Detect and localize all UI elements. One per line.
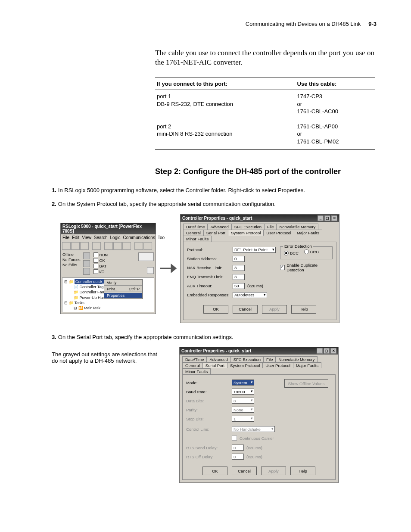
ctx-verify[interactable]: Verify xyxy=(104,280,142,285)
parity-select[interactable]: None xyxy=(232,407,254,413)
menu-edit[interactable]: Edit xyxy=(72,235,79,240)
show-offline-button[interactable]: Show Offline Values xyxy=(284,379,328,388)
tab-nvm[interactable]: Nonvolatile Memory xyxy=(276,224,318,230)
step-1: 1.In RSLogix 5000 programming software, … xyxy=(52,187,377,194)
tab-userproto[interactable]: User Protocol xyxy=(262,362,293,368)
tab-datetime[interactable]: Date/Time xyxy=(183,224,208,230)
tab-minorfaults[interactable]: Minor Faults xyxy=(183,236,212,242)
ctrl-select[interactable]: No Handshake xyxy=(232,426,275,432)
chk-run[interactable] xyxy=(93,252,98,257)
cancel-button[interactable]: Cancel xyxy=(232,467,257,475)
lbl-station: Station Address: xyxy=(187,256,230,261)
menu-view[interactable]: View xyxy=(82,235,91,240)
tab-userproto[interactable]: User Protocol xyxy=(263,230,294,236)
ctx-properties[interactable]: Properties xyxy=(104,293,142,298)
minimize-icon[interactable]: _ xyxy=(318,215,324,221)
radio-bcc[interactable] xyxy=(284,251,289,255)
status-icon[interactable] xyxy=(83,252,90,259)
lbl-cont: Continuous Carrier xyxy=(240,436,274,441)
chk-dup[interactable] xyxy=(280,265,285,270)
ok-button[interactable]: OK xyxy=(202,467,227,475)
header-title: Communicating with Devices on a DH485 Li… xyxy=(246,21,361,27)
status-icon[interactable] xyxy=(83,268,90,275)
ctx-print[interactable]: Print…Ctrl+P xyxy=(104,286,142,292)
cell-cable1: 1747-CP3 or 1761-CBL-AC00 xyxy=(296,90,375,120)
tab-general[interactable]: General xyxy=(183,230,204,236)
cancel-button[interactable]: Cancel xyxy=(233,305,258,314)
help-button[interactable]: Help xyxy=(291,305,316,314)
tb-icon[interactable] xyxy=(104,242,113,250)
apply-button[interactable]: Apply xyxy=(262,305,287,314)
baud-select[interactable]: 19200 xyxy=(232,389,254,395)
chk-bat[interactable] xyxy=(93,264,98,268)
tab-sfc[interactable]: SFC Execution xyxy=(230,356,264,362)
tb-icon[interactable] xyxy=(143,242,152,250)
tab-sysproto[interactable]: System Protocol xyxy=(228,230,264,236)
roff-input[interactable]: 0 xyxy=(232,454,244,460)
tree-tasks[interactable]: Tasks xyxy=(75,301,84,305)
tab-serialport[interactable]: Serial Port xyxy=(203,230,228,236)
close-icon[interactable]: ✕ xyxy=(330,348,336,354)
emb-select[interactable]: Autodetect xyxy=(233,292,267,298)
lbl-ack: ACK Timeout: xyxy=(187,283,230,288)
menu-too[interactable]: Too xyxy=(158,235,165,240)
tab-sysproto[interactable]: System Protocol xyxy=(227,362,263,368)
tb-icon[interactable] xyxy=(80,242,89,250)
tab-minorfaults[interactable]: Minor Faults xyxy=(182,368,211,374)
tab-file[interactable]: File xyxy=(263,356,276,362)
tab-majorfaults[interactable]: Major Faults xyxy=(293,362,321,368)
table-row: port 2 mini-DIN 8 RS-232 connection 1761… xyxy=(155,120,375,150)
tab-advanced[interactable]: Advanced xyxy=(206,356,230,362)
tab-advanced[interactable]: Advanced xyxy=(207,224,231,230)
menu-comm[interactable]: Communications xyxy=(123,235,155,240)
tab-nvm[interactable]: Nonvolatile Memory xyxy=(275,356,318,362)
ok-button[interactable]: OK xyxy=(203,305,228,314)
chk-ok[interactable] xyxy=(93,258,98,263)
station-input[interactable]: 0 xyxy=(233,256,245,262)
tb-icon[interactable] xyxy=(62,242,71,250)
tab-majorfaults[interactable]: Major Faults xyxy=(294,230,322,236)
menu-logic[interactable]: Logic xyxy=(110,235,121,240)
tree-tags[interactable]: Controller Tags xyxy=(80,285,106,289)
tab-file[interactable]: File xyxy=(264,224,277,230)
rslogix-menu[interactable]: File Edit View Search Logic Communicatio… xyxy=(61,234,156,241)
status-icon[interactable] xyxy=(83,260,90,267)
minimize-icon[interactable]: _ xyxy=(317,348,323,354)
context-menu[interactable]: Verify Print…Ctrl+P Properties xyxy=(104,279,143,299)
protocol-select[interactable]: DF1 Point to Point xyxy=(233,247,276,253)
maximize-icon[interactable]: ▢ xyxy=(324,215,330,221)
lbl-roff: RTS Off Delay: xyxy=(186,454,229,459)
rsend-input[interactable]: 0 xyxy=(232,445,244,451)
mode-select[interactable]: System xyxy=(232,380,254,386)
ack-input[interactable]: 50 xyxy=(233,283,245,289)
lbl-emb: Embedded Responses: xyxy=(187,292,230,297)
menu-file[interactable]: File xyxy=(62,235,69,240)
tb-icon[interactable] xyxy=(71,242,80,250)
tb-icon[interactable] xyxy=(92,242,101,250)
tab-serialport[interactable]: Serial Port xyxy=(202,362,227,368)
maximize-icon[interactable]: ▢ xyxy=(324,348,330,354)
chk-cont[interactable] xyxy=(232,436,237,441)
tab-datetime[interactable]: Date/Time xyxy=(182,356,207,362)
data-select[interactable]: 8 xyxy=(232,398,254,404)
rslogix-toolbar[interactable] xyxy=(61,241,156,251)
stop-select[interactable]: 1 xyxy=(232,416,254,422)
tab-general[interactable]: General xyxy=(182,362,203,368)
chk-io[interactable] xyxy=(93,269,98,274)
radio-crc[interactable] xyxy=(304,249,309,254)
tb-icon[interactable] xyxy=(122,242,131,250)
help-button[interactable]: Help xyxy=(290,467,315,475)
apply-button[interactable]: Apply xyxy=(261,467,286,475)
tb-icon[interactable] xyxy=(134,242,143,250)
cell-port1: port 1 DB-9 RS-232, DTE connection xyxy=(155,90,296,120)
enq-input[interactable]: 3 xyxy=(233,274,245,280)
rslogix-titlebar: RSLogix 5000 - quick_start [PowerFlex 70… xyxy=(61,223,156,234)
menu-search[interactable]: Search xyxy=(94,235,108,240)
status-noedits: No Edits xyxy=(62,263,81,267)
step-2: 2.On the System Protocol tab, specify th… xyxy=(52,200,377,208)
tab-sfc[interactable]: SFC Execution xyxy=(231,224,265,230)
tree-main[interactable]: MainTask xyxy=(84,306,100,310)
close-icon[interactable]: ✕ xyxy=(331,215,337,221)
tb-icon[interactable] xyxy=(113,242,122,250)
nak-input[interactable]: 3 xyxy=(233,265,245,271)
